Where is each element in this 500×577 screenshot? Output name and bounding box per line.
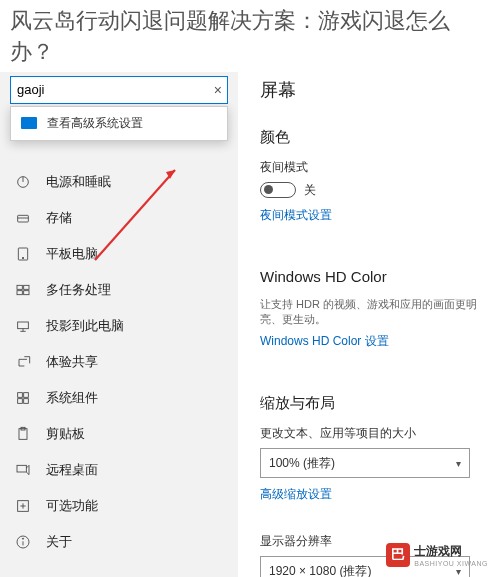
toggle-state: 关 xyxy=(304,182,316,199)
watermark-icon: 巴 xyxy=(386,543,410,567)
svg-rect-17 xyxy=(17,465,26,472)
watermark-text: 士游戏网 xyxy=(414,543,488,560)
sidebar-item-tablet[interactable]: 平板电脑 xyxy=(0,236,238,272)
sidebar-item-project[interactable]: 投影到此电脑 xyxy=(0,308,238,344)
content-panel: 屏幕 颜色 夜间模式 关 夜间模式设置 Windows HD Color 让支持… xyxy=(238,72,500,577)
multitask-icon xyxy=(14,281,32,299)
monitor-icon xyxy=(21,117,37,129)
sidebar-item-about[interactable]: 关于 xyxy=(0,524,238,560)
scale-heading: 缩放与布局 xyxy=(260,394,488,413)
page-title: 屏幕 xyxy=(260,78,488,102)
sidebar-item-label: 电源和睡眠 xyxy=(46,173,111,191)
sidebar-item-label: 存储 xyxy=(46,209,72,227)
search-input[interactable] xyxy=(10,76,228,104)
sidebar-item-label: 多任务处理 xyxy=(46,281,111,299)
svg-rect-6 xyxy=(17,285,22,289)
tablet-icon xyxy=(14,245,32,263)
color-heading: 颜色 xyxy=(260,128,488,147)
sidebar-item-optional[interactable]: 可选功能 xyxy=(0,488,238,524)
settings-window: × 查看高级系统设置 电源和睡眠 存储 平板电脑 多任务处理 xyxy=(0,72,500,577)
share-icon xyxy=(14,353,32,371)
svg-rect-11 xyxy=(18,392,23,397)
hdr-description: 让支持 HDR 的视频、游戏和应用的画面更明亮、更生动。 xyxy=(260,297,488,328)
sidebar-item-power[interactable]: 电源和睡眠 xyxy=(0,164,238,200)
sidebar-item-label: 可选功能 xyxy=(46,497,98,515)
sidebar-item-label: 投影到此电脑 xyxy=(46,317,124,335)
night-mode-toggle[interactable]: 关 xyxy=(260,182,488,199)
search-clear-icon[interactable]: × xyxy=(214,82,222,98)
sidebar-item-label: 远程桌面 xyxy=(46,461,98,479)
svg-rect-8 xyxy=(17,290,22,294)
svg-rect-10 xyxy=(18,322,29,329)
sidebar-item-component[interactable]: 系统组件 xyxy=(0,380,238,416)
sidebar-item-multitask[interactable]: 多任务处理 xyxy=(0,272,238,308)
about-icon xyxy=(14,533,32,551)
color-section: 颜色 夜间模式 关 夜间模式设置 xyxy=(260,128,488,244)
text-size-label: 更改文本、应用等项目的大小 xyxy=(260,425,488,442)
optional-icon xyxy=(14,497,32,515)
text-size-value: 100% (推荐) xyxy=(269,455,335,472)
sidebar-item-label: 体验共享 xyxy=(46,353,98,371)
hdr-heading: Windows HD Color xyxy=(260,268,488,285)
svg-rect-2 xyxy=(18,215,29,222)
svg-rect-7 xyxy=(24,285,29,289)
sidebar-item-label: 关于 xyxy=(46,533,72,551)
svg-rect-14 xyxy=(24,398,29,403)
svg-point-5 xyxy=(22,257,23,258)
watermark-sub: BASHIYOU XIWANG xyxy=(414,560,488,567)
sidebar-item-clipboard[interactable]: 剪贴板 xyxy=(0,416,238,452)
sidebar-item-storage[interactable]: 存储 xyxy=(0,200,238,236)
resolution-value: 1920 × 1080 (推荐) xyxy=(269,563,371,577)
storage-icon xyxy=(14,209,32,227)
search-result-item[interactable]: 查看高级系统设置 xyxy=(11,107,227,140)
toggle-switch[interactable] xyxy=(260,182,296,198)
sidebar-item-label: 系统组件 xyxy=(46,389,98,407)
remote-icon xyxy=(14,461,32,479)
article-title: 风云岛行动闪退问题解决方案：游戏闪退怎么办？ xyxy=(0,0,500,72)
component-icon xyxy=(14,389,32,407)
night-mode-label: 夜间模式 xyxy=(260,159,488,176)
chevron-down-icon: ▾ xyxy=(456,566,461,577)
sidebar-item-remote[interactable]: 远程桌面 xyxy=(0,452,238,488)
svg-point-23 xyxy=(22,538,23,539)
night-mode-settings-link[interactable]: 夜间模式设置 xyxy=(260,207,332,224)
chevron-down-icon: ▾ xyxy=(456,458,461,469)
search-dropdown: 查看高级系统设置 xyxy=(10,106,228,141)
search-container: × xyxy=(10,76,228,104)
sidebar: × 查看高级系统设置 电源和睡眠 存储 平板电脑 多任务处理 xyxy=(0,72,238,577)
sidebar-item-label: 剪贴板 xyxy=(46,425,85,443)
clipboard-icon xyxy=(14,425,32,443)
advanced-scale-link[interactable]: 高级缩放设置 xyxy=(260,486,332,503)
svg-rect-13 xyxy=(18,398,23,403)
search-result-label: 查看高级系统设置 xyxy=(47,115,143,132)
project-icon xyxy=(14,317,32,335)
svg-rect-12 xyxy=(24,392,29,397)
svg-rect-9 xyxy=(24,290,29,294)
watermark: 巴 士游戏网 BASHIYOU XIWANG xyxy=(386,543,488,567)
sidebar-item-label: 平板电脑 xyxy=(46,245,98,263)
sidebar-item-share[interactable]: 体验共享 xyxy=(0,344,238,380)
hdr-settings-link[interactable]: Windows HD Color 设置 xyxy=(260,333,389,350)
power-icon xyxy=(14,173,32,191)
sidebar-nav: 电源和睡眠 存储 平板电脑 多任务处理 投影到此电脑 体验共享 xyxy=(0,164,238,560)
hdr-section: Windows HD Color 让支持 HDR 的视频、游戏和应用的画面更明亮… xyxy=(260,268,488,371)
text-size-select[interactable]: 100% (推荐) ▾ xyxy=(260,448,470,478)
